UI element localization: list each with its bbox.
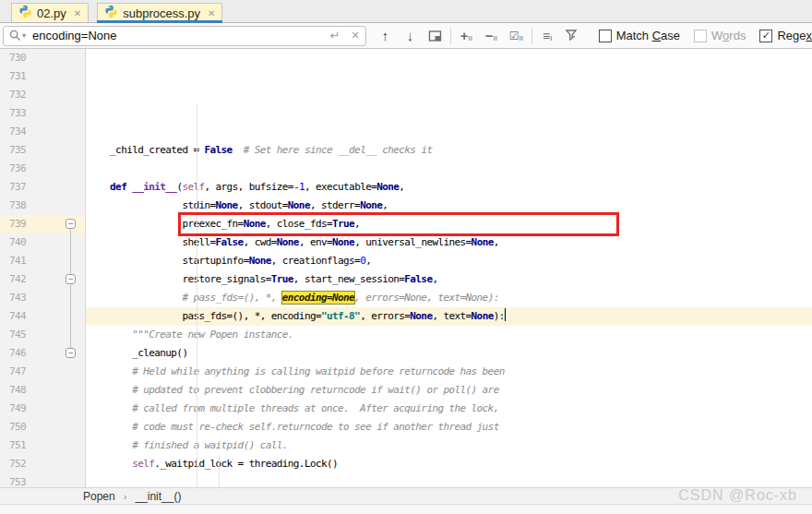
editor-area[interactable]: 7307317327337347357367377387397407417427… [0, 49, 812, 487]
line-number[interactable]: 735 [0, 141, 85, 160]
annotation-red-box [178, 212, 619, 236]
match-case-checkbox[interactable]: Match Case [599, 29, 680, 42]
clear-search-icon[interactable]: ✕ [352, 30, 360, 42]
close-tab-icon[interactable]: ✕ [74, 8, 81, 18]
line-number[interactable]: 734 [0, 123, 85, 141]
tab-02-py[interactable]: 02.py✕ [11, 3, 89, 22]
search-match-highlight: encoding=None [282, 292, 354, 304]
code-line[interactable]: self._waitpid_lock = threading.Lock() [86, 455, 812, 473]
remove-occurrence-button[interactable]: −II [479, 25, 504, 47]
search-icon[interactable]: ▾ [9, 30, 26, 42]
toolbar-separator [531, 28, 532, 44]
search-checkboxes: Match CaseWords✓Regex [585, 29, 812, 42]
open-in-find-window-button[interactable] [423, 25, 448, 47]
code-line[interactable]: _cleanup() [86, 344, 812, 363]
line-number[interactable]: 744 [0, 307, 85, 326]
line-number[interactable]: 738 [0, 197, 85, 215]
filter-funnel-icon [566, 30, 579, 42]
code-line[interactable]: # code must re-check self.returncode to … [86, 418, 812, 436]
fold-collapse-icon[interactable]: − [66, 348, 76, 358]
search-toolbar: ▾ encoding=None ↵ ✕ ↑ ↓ +II −II ☑II ≡I M… [0, 23, 812, 49]
breadcrumb: Popen › __init__() [0, 487, 812, 504]
chevron-right-icon: › [124, 491, 127, 502]
breadcrumb-item-class[interactable]: Popen [83, 490, 115, 503]
line-number[interactable]: 732 [0, 86, 85, 104]
code-line[interactable] [86, 160, 812, 178]
previous-occurrence-button[interactable]: ↑ [373, 25, 398, 47]
line-number[interactable]: 730 [0, 49, 85, 67]
line-number[interactable]: 753 [0, 473, 85, 487]
fold-region-line [70, 224, 71, 353]
code-line[interactable]: restore_signals=True, start_new_session=… [86, 270, 812, 289]
line-number[interactable]: 750 [0, 418, 85, 436]
newline-icon[interactable]: ↵ [330, 29, 340, 42]
line-number[interactable]: 748 [0, 381, 85, 400]
next-occurrence-button[interactable]: ↓ [398, 25, 423, 47]
code-line[interactable] [86, 473, 812, 487]
tab-bar: 02.py✕subprocess.py✕ [0, 0, 812, 23]
code-line[interactable]: _child_created = False # Set here since … [86, 141, 812, 160]
python-icon [104, 5, 118, 21]
code-line[interactable]: pass_fds=(), *, encoding="utf-8", errors… [86, 307, 812, 326]
line-number[interactable]: 747 [0, 363, 85, 381]
regex-checkbox[interactable]: ✓Regex [759, 29, 812, 42]
editor-gutter[interactable]: 7307317327337347357367377387397407417427… [0, 49, 86, 487]
filter-button[interactable] [560, 25, 585, 47]
multiline-toggle-button[interactable]: ≡I [535, 25, 560, 47]
code-line[interactable]: shell=False, cwd=None, env=None, univers… [86, 233, 812, 252]
line-number[interactable]: 745 [0, 326, 85, 344]
code-line[interactable]: # finished a waitpid() call. [86, 436, 812, 455]
select-all-occurrences-button[interactable]: ☑II [504, 25, 529, 47]
search-history-dropdown-icon[interactable]: ▾ [22, 31, 26, 40]
code-line[interactable]: # called from multiple threads at once. … [86, 400, 812, 418]
words-label: Words [711, 29, 746, 42]
code-line[interactable]: startupinfo=None, creationflags=0, [86, 252, 812, 270]
line-number[interactable]: 741 [0, 252, 85, 270]
code-line[interactable]: """Create new Popen instance. [86, 326, 812, 344]
breadcrumb-item-method[interactable]: __init__() [135, 490, 181, 503]
line-number[interactable]: 737 [0, 178, 85, 197]
regex-label: Regex [777, 29, 812, 42]
words-checkbox[interactable]: Words [694, 29, 746, 42]
tab-label: subprocess.py [123, 6, 200, 20]
line-number[interactable]: 752 [0, 455, 85, 473]
add-occurrence-button[interactable]: +II [454, 25, 479, 47]
code-line[interactable]: # updated to prevent clobbering returnco… [86, 381, 812, 400]
regex-checkbox-box[interactable]: ✓ [759, 30, 772, 42]
code-viewport[interactable]: _child_created = False # Set here since … [86, 49, 812, 487]
toolbar-separator [450, 28, 451, 44]
line-number[interactable]: 733 [0, 104, 85, 123]
text-caret [505, 308, 506, 321]
match-case-checkbox-box[interactable] [599, 30, 612, 42]
close-tab-icon[interactable]: ✕ [208, 8, 215, 18]
code-line[interactable]: # Held while anything is calling waitpid… [86, 363, 812, 381]
code-line[interactable]: def __init__(self, args, bufsize=-1, exe… [86, 178, 812, 197]
indent-guide [197, 104, 197, 487]
line-number[interactable]: 743 [0, 289, 85, 307]
bottom-strip [0, 504, 812, 514]
tab-label: 02.py [37, 6, 66, 20]
indent-guide [219, 455, 220, 487]
line-number[interactable]: 749 [0, 400, 85, 418]
fold-collapse-icon[interactable]: − [66, 274, 76, 284]
fold-collapse-icon[interactable]: − [66, 219, 76, 229]
code-line[interactable]: # pass_fds=(), *, encoding=None, errors=… [86, 289, 812, 307]
line-number[interactable]: 740 [0, 233, 85, 252]
search-input[interactable]: ▾ encoding=None ↵ ✕ [3, 26, 366, 46]
line-number[interactable]: 751 [0, 436, 85, 455]
open-in-window-icon [428, 30, 442, 42]
ide-window: 02.py✕subprocess.py✕ ▾ encoding=None ↵ ✕… [0, 0, 812, 514]
line-number[interactable]: 736 [0, 160, 85, 178]
line-number[interactable]: 731 [0, 67, 85, 86]
python-icon [18, 5, 32, 21]
match-case-label: Match Case [616, 29, 680, 42]
search-query-text[interactable]: encoding=None [32, 29, 319, 42]
words-checkbox-box[interactable] [694, 30, 707, 42]
tab-subprocess-py[interactable]: subprocess.py✕ [97, 3, 222, 22]
